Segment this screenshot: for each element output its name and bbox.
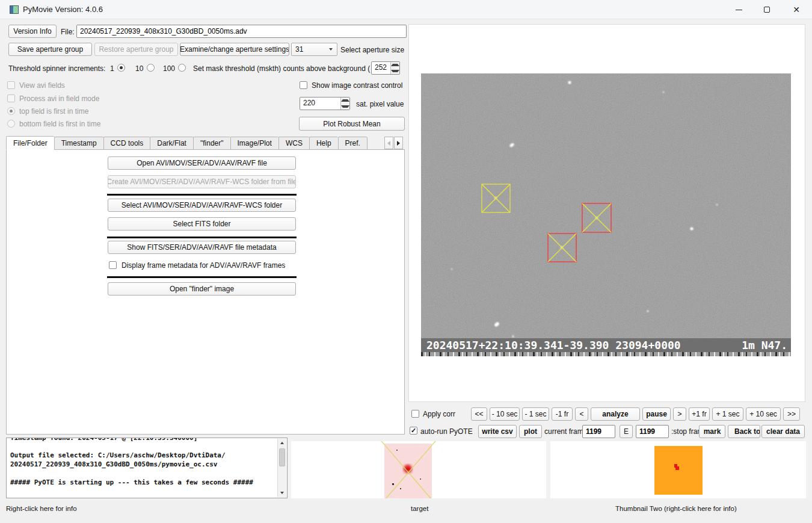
select-wcs-folder-button[interactable]: Select AVI/MOV/SER/ADV/AAV/RAVF-WCS fold… [108, 199, 296, 212]
thumbnail-two-label[interactable]: Thumbnail Two (right-click here for info… [615, 505, 737, 512]
threshold-radio-10[interactable] [147, 64, 155, 72]
mark-button[interactable]: mark [699, 425, 725, 438]
mask-threshold-value: 252 [372, 62, 390, 74]
threshold-option-100-label: 100 [163, 64, 175, 73]
plot-button[interactable]: plot [519, 425, 542, 438]
e-button[interactable]: E [620, 425, 633, 438]
write-csv-button[interactable]: write csv [478, 425, 517, 438]
process-avi-field-mode-checkbox[interactable] [7, 94, 15, 102]
separator [107, 194, 297, 196]
open-finder-image-button[interactable]: Open "finder" image [108, 282, 296, 296]
back-to-button[interactable]: Back to [728, 425, 760, 438]
threshold-radio-1[interactable] [117, 64, 125, 72]
sat-pixel-spinner[interactable]: 220 [300, 97, 350, 110]
plus-1-frame-button[interactable]: +1 fr [689, 407, 710, 421]
clear-data-button[interactable]: clear data [761, 425, 805, 438]
thumbnail-one-panel[interactable] [291, 441, 546, 498]
thumbnail-two-panel[interactable] [550, 441, 806, 498]
scroll-up-icon[interactable] [278, 439, 286, 447]
file-label: File: [61, 28, 75, 36]
scroll-down-icon[interactable] [278, 489, 286, 497]
timestamp-overlay-bar: 20240517+22:10:39.341-39.390 23094+0000 … [421, 338, 791, 352]
tab-pref[interactable]: Pref. [338, 137, 368, 150]
separator [107, 276, 297, 278]
thumbnail-two-image [550, 441, 806, 498]
current-frame-input[interactable] [582, 425, 615, 438]
minus-1-frame-button[interactable]: -1 fr [552, 407, 573, 421]
maximize-button[interactable] [753, 0, 781, 19]
vti-barcode-strip [421, 352, 791, 356]
open-file-button[interactable]: Open AVI/MOV/SER/ADV/AAV/RAVF file [108, 156, 296, 170]
process-avi-field-mode-label: Process avi in field mode [19, 94, 99, 103]
log-text: Timestamp found: 2024-05-17 @ [22:10:39.… [10, 438, 253, 487]
file-input[interactable] [76, 25, 407, 38]
auto-run-pyote-checkbox[interactable]: ✓ [410, 427, 417, 435]
tab-bar: File/Folder Timestamp CCD tools Dark/Fla… [6, 136, 368, 150]
save-aperture-group-button[interactable]: Save aperture group [8, 43, 92, 56]
status-left-text[interactable]: Right-click here for info [6, 505, 77, 512]
status-bar: Right-click here for info target Thumbna… [0, 500, 812, 523]
chevron-down-icon [329, 48, 333, 51]
sat-pixel-value: 220 [300, 97, 340, 110]
top-field-first-radio[interactable] [7, 107, 15, 115]
tab-wcs[interactable]: WCS [278, 137, 309, 150]
aperture-size-value: 31 [292, 45, 329, 54]
close-icon: ✕ [793, 5, 800, 14]
analyze-button[interactable]: analyze [591, 407, 640, 421]
step-forward-button[interactable]: > [673, 407, 686, 421]
step-back-button[interactable]: < [575, 407, 588, 421]
plus-10-sec-button[interactable]: + 10 sec [746, 407, 781, 421]
tab-scroll-right-button[interactable] [394, 137, 403, 149]
maximize-icon [764, 7, 770, 13]
spinner-arrows[interactable] [340, 97, 349, 110]
aperture-size-select[interactable]: 31 [291, 43, 337, 56]
pause-button[interactable]: pause [642, 407, 671, 421]
threshold-increments-label: Threshold spinner increments: [8, 64, 105, 73]
tab-image-plot[interactable]: Image/Plot [230, 137, 278, 150]
close-button[interactable]: ✕ [783, 0, 810, 19]
timestamp-right-text: 1m N47. [742, 339, 787, 351]
mask-threshold-label: Set mask threshold (mskth) counts above … [193, 64, 370, 73]
spinner-arrows[interactable] [390, 62, 399, 74]
minus-1-sec-button[interactable]: - 1 sec [522, 407, 549, 421]
video-frame[interactable]: 20240517+22:10:39.341-39.390 23094+0000 … [421, 73, 791, 356]
log-panel[interactable]: Timestamp found: 2024-05-17 @ [22:10:39.… [6, 438, 288, 498]
restore-aperture-group-button[interactable]: Restore aperture group [94, 43, 178, 56]
jump-start-button[interactable]: << [471, 407, 487, 421]
examine-aperture-settings-button[interactable]: Examine/change aperture settings [180, 43, 289, 56]
show-metadata-button[interactable]: Show FITS/SER/ADV/AAV/RAVF file metadata [108, 241, 296, 254]
create-wcs-folder-button[interactable]: Create AVI/MOV/SER/ADV/AAV/RAVF-WCS fold… [108, 175, 296, 188]
mask-threshold-spinner[interactable]: 252 [371, 61, 400, 75]
minimize-icon [736, 10, 742, 10]
arrow-right-icon [397, 141, 400, 146]
auto-run-pyote-label: auto-run PyOTE [420, 427, 473, 436]
plot-robust-mean-button[interactable]: Plot Robust Mean [299, 117, 405, 131]
minimize-button[interactable] [725, 0, 752, 19]
show-contrast-checkbox[interactable] [300, 81, 307, 89]
top-field-first-label: top field is first in time [19, 107, 88, 116]
arrow-left-icon [387, 141, 390, 146]
threshold-radio-100[interactable] [178, 64, 186, 72]
window-title: PyMovie Version: 4.0.6 [23, 5, 103, 14]
select-fits-folder-button[interactable]: Select FITS folder [108, 217, 296, 231]
sat-pixel-label: sat. pixel value [356, 100, 404, 108]
tab-timestamp[interactable]: Timestamp [54, 137, 103, 150]
scrollbar-thumb[interactable] [279, 448, 285, 466]
tab-finder[interactable]: "finder" [193, 137, 230, 150]
log-scrollbar[interactable] [277, 439, 286, 497]
tab-dark-flat[interactable]: Dark/Flat [150, 137, 193, 150]
view-avi-fields-checkbox[interactable] [7, 81, 15, 89]
jump-end-button[interactable]: >> [783, 407, 800, 421]
show-contrast-label: Show image contrast control [312, 81, 402, 90]
version-info-button[interactable]: Version Info [8, 25, 57, 38]
stop-frame-input[interactable] [636, 425, 669, 438]
plus-1-sec-button[interactable]: + 1 sec [712, 407, 743, 421]
tab-help[interactable]: Help [309, 137, 338, 150]
tab-file-folder[interactable]: File/Folder [6, 136, 54, 150]
minus-10-sec-button[interactable]: - 10 sec [490, 407, 520, 421]
display-frame-metadata-checkbox[interactable] [109, 261, 117, 269]
tab-scroll-left-button[interactable] [384, 137, 393, 149]
bottom-field-first-radio[interactable] [7, 120, 15, 128]
apply-corr-checkbox[interactable] [411, 410, 419, 418]
tab-ccd-tools[interactable]: CCD tools [103, 137, 150, 150]
